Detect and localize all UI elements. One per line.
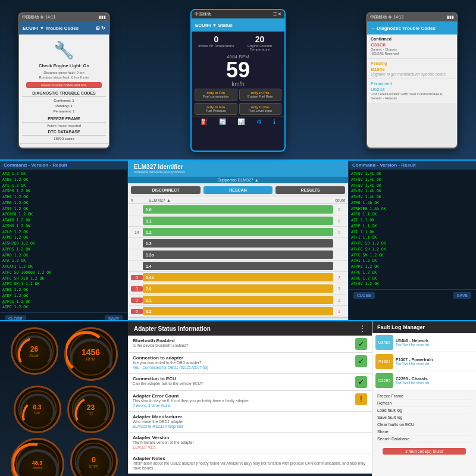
- fault-item-text: C2295 - ChassisTap 'Well for more int: [396, 377, 473, 384]
- phone-left: 中国移动 令 14:11 ▮▮▮ ECUIFI ▼ Trouble Codes …: [18, 12, 110, 149]
- fault-log-item[interactable]: U34b6U34b6 - NetworkTap 'Well for more i…: [372, 333, 476, 352]
- right-nav-bar[interactable]: ← Diagnostic Trouble Codes: [367, 21, 457, 35]
- left-save-btn[interactable]: SAVE: [105, 315, 123, 320]
- left-nav-bar[interactable]: ECUIFI ▼ Trouble Codes ⊞ ↻: [19, 21, 109, 35]
- fault-log-header: Fault Log Manager: [372, 321, 476, 333]
- command-item: AT+SV 1.4b OK: [351, 177, 474, 183]
- adapter-item-title: Bluetooth Enabled: [133, 338, 352, 343]
- command-item: ATH0 1.2 OK: [2, 195, 125, 201]
- elm-version-count: 0: [333, 208, 345, 212]
- clear-faults-btn[interactable]: Clear faults on ECU: [377, 421, 471, 428]
- share-btn[interactable]: Share: [377, 428, 471, 436]
- command-item: AT+SV 1.2 OK: [351, 281, 474, 287]
- right-close-save: CLOSE SAVE: [349, 289, 476, 301]
- adapter-item-desc: The firmware version of the adapter: [133, 440, 367, 445]
- command-item: ATS0 1.2 OK: [2, 206, 125, 212]
- adapter-item: Connection to ECUCan the adapter talk to…: [128, 374, 372, 391]
- dtc-info: Confirmed: 1 Pending: 1 Permanent: 1: [22, 98, 106, 114]
- right-command-list: AT+SV 1.4b OKAT+SV 1.4b OKAT+SV 1.4b OKA…: [349, 170, 476, 289]
- svg-point-0: [15, 333, 53, 370]
- fault-log-item[interactable]: P1307P1307 - PowertrainTap 'Well for mor…: [372, 352, 476, 371]
- pending-section: Pending B1956 Upgrade to get manufacture…: [367, 59, 457, 79]
- search-db-btn[interactable]: Search Database: [377, 436, 471, 443]
- freeze-frame-btn[interactable]: Freeze Frame: [377, 393, 471, 400]
- pro-feature-row-1: only in Pro Fuel consumption only in Pro…: [192, 87, 284, 102]
- top-section: 中国移动 令 14:11 ▮▮▮ ECUIFI ▼ Trouble Codes …: [0, 0, 476, 161]
- left-close-btn[interactable]: CLOSE: [5, 315, 26, 320]
- command-item: ATM0 1.4b OK: [351, 201, 474, 206]
- command-item: AT+1 1.1 OK: [351, 235, 474, 241]
- elm-footer-status: CONNECTED TO >EHN< SCAN COMPLETE: [131, 320, 172, 320]
- adapter-status-icon: ✓: [355, 355, 367, 367]
- save-fault-btn[interactable]: Save fault log: [377, 414, 471, 421]
- gauge-pair-bot: 48.3 Boost 0 km/h: [11, 438, 118, 476]
- info-icon[interactable]: ℹ: [273, 118, 275, 125]
- phone-right: 中国移动 令 14:12 ▮▮▮ ← Diagnostic Trouble Co…: [366, 12, 458, 149]
- elm-version-row: 02.12: [128, 295, 348, 306]
- command-item: ATCAF0 1.2 OK: [2, 212, 125, 218]
- load-fault-btn[interactable]: Load fault log: [377, 407, 471, 414]
- command-item: ATSH7E0 1.2 OK: [2, 241, 125, 247]
- command-item: AT+SV 1.4b OK: [351, 171, 474, 177]
- command-item: ATPC 1.2 OK: [2, 305, 125, 311]
- distance-info: Distance since fault: 0 km Runtime since…: [22, 70, 106, 80]
- speed-unit: km/h: [192, 81, 284, 87]
- adapter-item-desc: Is the device bluetooth enabled?: [133, 343, 352, 348]
- adapter-status-icon: !: [355, 393, 367, 405]
- elm-version-row: 01.4b7: [128, 272, 348, 283]
- elm-version-row: 1.10: [128, 215, 348, 227]
- adapter-item-title: Connection to ECU: [133, 376, 352, 381]
- command-item: ATPC 1.2 OK: [351, 270, 474, 276]
- gauge-icon[interactable]: 🔄: [219, 118, 226, 125]
- elm-version-bar: 1.3: [143, 239, 333, 248]
- confirmed-section: Confirmed C33C8 Generic - Chassis ISO/SA…: [367, 35, 457, 59]
- settings-icon[interactable]: ⚙: [256, 118, 262, 125]
- db-info: 18703 codes: [22, 137, 106, 140]
- elm-subtitle: Available versions and protocols: [134, 170, 185, 174]
- right-close-btn[interactable]: CLOSE: [353, 292, 375, 299]
- center-nav-bar[interactable]: ECUIFI ▼ Status: [192, 18, 284, 32]
- command-item: ATFC1 1.2 OK: [2, 299, 125, 305]
- fault-items-list: U34b6U34b6 - NetworkTap 'Well for more i…: [372, 333, 476, 390]
- elm-version-bar: 1.0: [143, 205, 333, 214]
- fault-item-code: C2295 - Chassis: [396, 377, 473, 381]
- refresh-btn[interactable]: Refresh: [377, 400, 471, 407]
- boost-gauge: 48.3 Boost: [11, 438, 64, 476]
- elm-version-bar: 3.2: [143, 307, 333, 315]
- command-item: ATFC SH 7E0 1.2 OK: [2, 276, 125, 282]
- elm-version-row: 1.3: [128, 238, 348, 249]
- command-item: ATSP0 1.2 OK: [2, 189, 125, 195]
- intake-gauge: 0 Intake Air Temperature: [195, 35, 238, 51]
- command-item: ATM0 1.2 OK: [2, 201, 125, 206]
- left-command-panel: Command - Version - Result ATZ 1.2 OKATE…: [0, 161, 128, 320]
- reset-btn[interactable]: Reset trouble codes and MIL: [26, 82, 102, 88]
- adapter-item-text: Adapter Error CountThis should stay on 0…: [133, 393, 352, 409]
- command-item: ATI 1.2 OK: [2, 183, 125, 189]
- command-item: ATM0 1.2 OK: [2, 235, 125, 241]
- fault-chassis-icon: C2295: [375, 373, 393, 388]
- adapter-menu-icon[interactable]: ⋮: [359, 324, 366, 333]
- middle-section: Command - Version - Result ATZ 1.2 OKATE…: [0, 161, 476, 321]
- command-item: AT+SV 1.4b OK: [351, 183, 474, 189]
- elm-version-row: 02.03: [128, 283, 348, 295]
- fault-network-icon: U34b6: [375, 335, 393, 350]
- adapter-status-icon: ✓: [355, 338, 367, 350]
- elm-rescan-btn[interactable]: RESCAN: [203, 186, 273, 194]
- right-save-btn[interactable]: SAVE: [453, 292, 471, 299]
- adapter-item-desc: This should stay on 0, if not then you p…: [133, 399, 352, 403]
- elm-version-bar: 1.2: [143, 228, 333, 236]
- fault-log-item[interactable]: C2295C2295 - ChassisTap 'Well for more i…: [372, 371, 476, 390]
- elm-row-number: 0: [131, 309, 143, 314]
- fuel-icon[interactable]: ⛽: [201, 118, 208, 125]
- gauge-column: 26 Accel 1456 RPM 0.3: [0, 321, 128, 476]
- adapter-item: Adapter Error CountThis should stay on 0…: [128, 391, 372, 412]
- command-item: ATFC SM 1 1.2 OK: [2, 281, 125, 287]
- adapter-item-text: Bluetooth EnabledIs the device bluetooth…: [133, 338, 352, 348]
- elm-version-count: 2: [333, 298, 345, 302]
- elm-results-btn[interactable]: RESULTS: [275, 186, 345, 194]
- adapter-item-text: Adapter NotesInformation about the OBD2 …: [133, 456, 367, 471]
- chart-icon[interactable]: 📊: [237, 118, 245, 125]
- fault-item-action: Tap 'Well for more int: [396, 362, 473, 365]
- elm-disconnect-btn[interactable]: DISCONNECT: [131, 186, 201, 194]
- command-item: AT+FC SD 1.2 OK: [351, 241, 474, 247]
